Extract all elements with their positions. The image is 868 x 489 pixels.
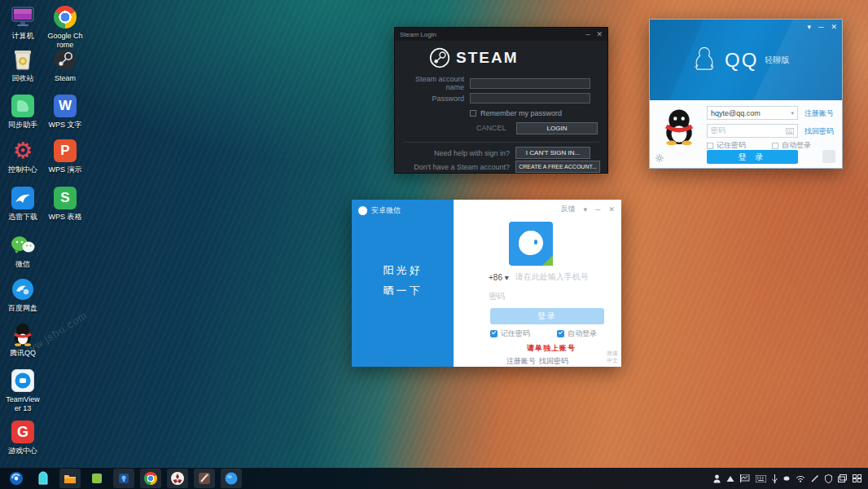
wps-presentation-icon: P xyxy=(53,139,77,163)
auto-login-checkbox[interactable] xyxy=(772,143,778,149)
desktop-icon-wps-presentation[interactable]: P WPS 演示 xyxy=(46,139,84,174)
wx-login-button[interactable]: 登录 xyxy=(490,308,604,324)
taskbar-editor-button[interactable] xyxy=(86,469,107,488)
wps-spreadsheet-icon: S xyxy=(53,186,77,210)
chrome-icon xyxy=(53,5,77,29)
desktop-icon-wechat[interactable]: 微信 xyxy=(4,233,42,269)
cancel-button[interactable]: CANCEL xyxy=(476,124,506,132)
wx-left-panel: 安卓微信 阳光好 晒一下 xyxy=(352,200,454,367)
taskbar-launcher-button[interactable] xyxy=(6,469,27,488)
phone-prefix-select[interactable]: +86 ▾ xyxy=(489,273,509,282)
sync-icon xyxy=(11,94,35,118)
app-logo-icon xyxy=(358,206,367,215)
desktop-icon-computer[interactable]: 计算机 xyxy=(4,5,42,41)
dot-tray-icon[interactable] xyxy=(783,475,790,482)
desktop-icon-game-center[interactable]: G 游戏中心 xyxy=(4,420,42,456)
register-link[interactable]: 注册账号 xyxy=(804,108,834,119)
wx-avatar-blob xyxy=(519,231,543,255)
gear-icon: ⚙ xyxy=(11,139,35,163)
steam-icon xyxy=(53,47,77,72)
desktop-icon-recycle-bin[interactable]: 回收站 xyxy=(4,47,42,83)
remember-password-checkbox[interactable] xyxy=(490,330,498,337)
qrcode-corner[interactable] xyxy=(822,150,835,163)
qq-penguin-icon xyxy=(11,322,35,346)
minimize-icon[interactable]: – xyxy=(585,30,590,38)
arrow-up-tray-icon[interactable] xyxy=(726,475,734,482)
recycle-bin-icon xyxy=(11,47,35,72)
system-tray xyxy=(713,468,861,489)
help-question: Need help with sign in? xyxy=(395,149,515,157)
taskbar-browser-button[interactable] xyxy=(221,469,242,488)
keyboard-icon[interactable] xyxy=(786,128,794,134)
desktop-icon-wps-spreadsheet[interactable]: S WPS 表格 xyxy=(46,186,84,222)
usb-tray-icon[interactable] xyxy=(772,474,778,483)
taskbar-app-store-button[interactable] xyxy=(113,469,134,488)
desktop-icon-control-center[interactable]: ⚙ 控制中心 xyxy=(4,139,42,174)
minimize-icon[interactable]: ─ xyxy=(595,205,600,214)
taskbar-folder-button[interactable] xyxy=(59,469,81,488)
login-button[interactable]: LOGIN xyxy=(516,122,598,134)
qq-login-button[interactable]: 登 录 xyxy=(707,150,798,164)
qq-password-input[interactable]: 密码 xyxy=(707,124,798,138)
desktop-icon-label: Steam xyxy=(46,74,84,83)
close-icon[interactable]: ✕ xyxy=(608,205,615,214)
steam-account-input[interactable] xyxy=(470,78,590,89)
forgot-password-link[interactable]: 找回密码 xyxy=(539,356,568,367)
steam-password-input[interactable] xyxy=(470,93,590,104)
menu-caret-icon[interactable]: ▾ xyxy=(584,205,588,214)
close-icon[interactable]: ✕ xyxy=(831,23,837,31)
cant-sign-in-button[interactable]: I CAN'T SIGN IN... xyxy=(515,147,590,159)
wx-window-title: 安卓微信 xyxy=(371,205,401,216)
desktop-icon-steam[interactable]: Steam xyxy=(46,47,84,83)
desktop-icon-wps-writer[interactable]: W WPS 文字 xyxy=(46,94,84,130)
desktop-icon-label: 腾讯QQ xyxy=(4,349,42,358)
folder-icon xyxy=(63,471,77,486)
wifi-tray-icon[interactable] xyxy=(796,475,805,482)
editor-icon xyxy=(90,471,104,486)
desktop-icon-qq[interactable]: 腾讯QQ xyxy=(4,322,42,358)
taskbar-draw-button[interactable] xyxy=(194,469,215,488)
keyboard-tray-icon[interactable] xyxy=(756,475,766,482)
qq-account-combobox[interactable]: hqyte@qq.com ▾ xyxy=(707,106,798,120)
desktop-icon-sync[interactable]: 同步助手 xyxy=(4,94,42,130)
minimize-icon[interactable]: ─ xyxy=(818,23,823,31)
register-link[interactable]: 注册账号 xyxy=(506,356,536,367)
forgot-password-link[interactable]: 找回密码 xyxy=(804,126,834,137)
shield-tray-icon[interactable] xyxy=(825,474,832,483)
file-manager-icon xyxy=(36,471,50,486)
wechat-icon xyxy=(11,233,35,258)
close-icon[interactable]: ✕ xyxy=(596,30,603,38)
desktop-icon-thunder[interactable]: 迅雷下载 xyxy=(4,186,42,222)
create-account-button[interactable]: CREATE A FREE ACCOUNT... xyxy=(515,161,600,173)
taskbar-file-manager-button[interactable] xyxy=(33,469,54,488)
grid-tray-icon[interactable] xyxy=(853,474,861,482)
remember-password-checkbox[interactable] xyxy=(470,110,476,117)
feedback-menu[interactable]: 反馈 xyxy=(561,204,576,214)
window-tray-icon[interactable] xyxy=(838,474,847,482)
desktop-icon-label: 百度网盘 xyxy=(4,304,42,313)
desktop-icon-chrome[interactable]: Google Chrome xyxy=(46,5,84,50)
taskbar-photos-button[interactable] xyxy=(167,469,188,488)
language-switcher[interactable]: 简体 中文 xyxy=(594,350,618,364)
desktop-icon-netdisk[interactable]: 百度网盘 xyxy=(4,277,42,313)
desktop-icon-label: WPS 演示 xyxy=(46,165,84,174)
pen-tray-icon[interactable] xyxy=(811,474,819,482)
password-input[interactable]: 密码 xyxy=(489,291,505,302)
game-center-icon: G xyxy=(11,420,35,444)
desktop-icon-label: TeamViewer 13 xyxy=(4,395,42,413)
settings-gear-icon[interactable] xyxy=(655,153,664,163)
phone-input[interactable]: 请在此处输入手机号 xyxy=(515,271,589,283)
auto-login-label: 自动登录 xyxy=(568,328,597,339)
steam-logo: STEAM xyxy=(429,47,519,68)
flag-tray-icon[interactable] xyxy=(740,474,750,482)
taskbar-chrome-button[interactable] xyxy=(140,469,161,488)
auto-login-checkbox[interactable] xyxy=(557,330,564,337)
desktop-icon-label: 微信 xyxy=(4,260,42,269)
user-tray-icon[interactable] xyxy=(713,474,721,483)
remember-password-checkbox[interactable] xyxy=(707,143,713,149)
steam-titlebar[interactable]: Steam Login – ✕ xyxy=(395,28,607,41)
menu-caret-icon[interactable]: ▾ xyxy=(808,23,812,31)
combobox-caret-icon[interactable]: ▾ xyxy=(791,110,794,117)
desktop-icon-teamviewer[interactable]: TeamViewer 13 xyxy=(4,368,42,413)
desktop-icon-label: 计算机 xyxy=(4,32,42,41)
